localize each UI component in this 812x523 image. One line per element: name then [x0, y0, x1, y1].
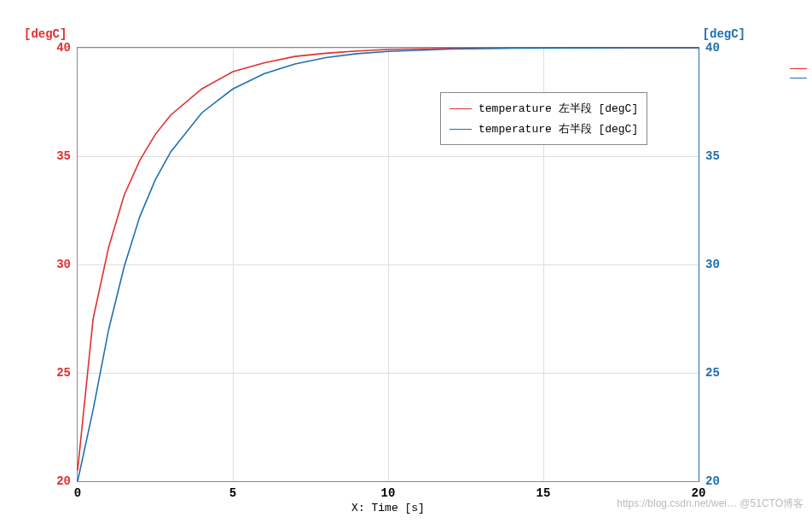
y-tick-left: 30: [56, 258, 71, 271]
y-axis-label-left: [degC]: [24, 27, 67, 41]
y-tick-right: 30: [705, 258, 720, 271]
x-tick: 0: [74, 486, 81, 500]
watermark-text: https://blog.csdn.net/wei… @51CTO博客: [617, 497, 803, 511]
x-axis-label: X: Time [s]: [351, 502, 425, 514]
y-tick-left: 25: [56, 366, 71, 380]
y-axis-label-right: [degC]: [703, 27, 745, 41]
legend: temperature 左半段 [degC] temperature 右半段 […: [440, 92, 647, 145]
mini-legend: [790, 60, 807, 87]
mini-swatch-icon: [790, 78, 807, 78]
legend-label: temperature 右半段 [degC]: [478, 121, 638, 137]
x-tick: 15: [536, 486, 551, 500]
legend-swatch-icon: [450, 108, 472, 109]
x-tick: 10: [381, 486, 396, 500]
y-tick-left: 20: [56, 474, 71, 488]
y-tick-right: 25: [705, 366, 720, 380]
x-tick: 5: [229, 486, 236, 500]
legend-swatch-icon: [450, 129, 472, 130]
y-tick-right: 20: [705, 474, 720, 488]
mini-swatch-icon: [790, 68, 807, 69]
legend-item: temperature 左半段 [degC]: [450, 98, 638, 119]
y-tick-left: 40: [56, 41, 71, 55]
legend-label: temperature 左半段 [degC]: [478, 101, 638, 116]
y-tick-right: 40: [705, 41, 720, 55]
y-tick-left: 35: [56, 149, 71, 163]
plot-area: 40 35 30 25 20 40 35 30 25 20 0 5 10 15 …: [77, 47, 699, 482]
y-tick-right: 35: [705, 149, 720, 163]
legend-item: temperature 右半段 [degC]: [450, 119, 638, 139]
chart-container: [degC] [degC] 40 35 30 25 20 40 35 30 25…: [0, 0, 812, 523]
